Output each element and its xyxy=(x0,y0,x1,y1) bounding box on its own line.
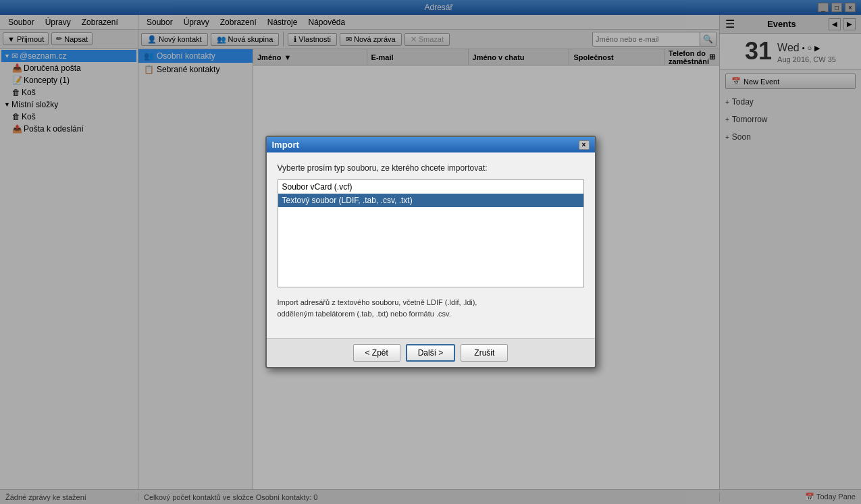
next-btn[interactable]: Další > xyxy=(406,344,456,362)
listbox-item-ldif[interactable]: Textový soubor (LDIF, .tab, .csv, .txt) xyxy=(278,194,583,207)
back-btn[interactable]: < Zpět xyxy=(353,344,400,362)
cancel-btn[interactable]: Zrušit xyxy=(461,344,508,362)
modal-body: Vyberte prosím typ souboru, ze kterého c… xyxy=(267,152,595,338)
modal-overlay: Import × Vyberte prosím typ souboru, ze … xyxy=(0,0,861,504)
modal-title: Import xyxy=(272,140,299,150)
modal-footer: < Zpět Další > Zrušit xyxy=(267,338,595,367)
listbox-item-vcf[interactable]: Soubor vCard (.vcf) xyxy=(278,180,583,194)
modal-close-btn[interactable]: × xyxy=(579,140,590,150)
modal-description: Import adresářů z textového souboru, vče… xyxy=(278,297,584,319)
modal-prompt: Vyberte prosím typ souboru, ze kterého c… xyxy=(278,163,584,173)
modal-title-bar: Import × xyxy=(267,137,595,152)
import-dialog: Import × Vyberte prosím typ souboru, ze … xyxy=(265,136,596,368)
file-type-listbox[interactable]: Soubor vCard (.vcf) Textový soubor (LDIF… xyxy=(278,179,584,287)
